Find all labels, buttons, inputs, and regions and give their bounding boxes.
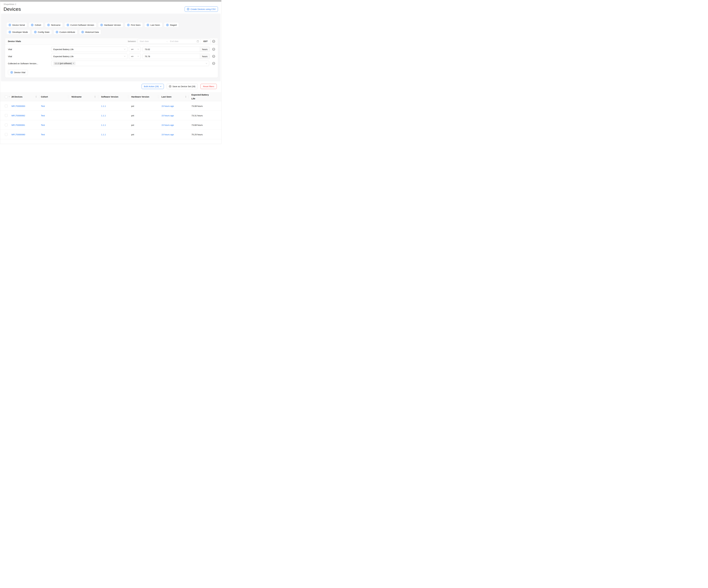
- table-row: MFLT0000063 Test 1.1.1 pvt 15 hours ago …: [0, 101, 221, 111]
- filter-chip-device-serial[interactable]: Device Serial: [6, 22, 27, 27]
- plus-circle-icon: [166, 24, 169, 26]
- chevron-down-icon: [137, 56, 139, 57]
- filter-chip-hardware-version[interactable]: Hardware Version: [98, 22, 123, 27]
- software-filter-label: Collected on Software Version...: [8, 62, 51, 65]
- vital-row-label: Vital: [8, 48, 51, 51]
- cohort-link[interactable]: Test: [41, 114, 45, 117]
- software-version-tag-label: 1.1.1 (pvt-software): [55, 62, 72, 65]
- start-date-input[interactable]: [138, 39, 166, 44]
- remove-vital-row-icon[interactable]: [212, 48, 215, 51]
- chevron-down-icon[interactable]: [8, 96, 10, 97]
- vital-unit-label: hours: [200, 54, 210, 59]
- plus-circle-icon: [82, 31, 84, 33]
- software-version-select[interactable]: 1.1.1 (pvt-software) ✕: [51, 61, 209, 66]
- last-seen-link[interactable]: 15 hours ago: [161, 114, 174, 117]
- column-header-expected-battery-life: Expected Battery Life: [188, 93, 221, 100]
- filter-chip-staged[interactable]: Staged: [164, 22, 179, 27]
- hardware-version-cell: pvt: [131, 133, 134, 136]
- sort-icon[interactable]: [185, 96, 186, 98]
- chevron-down-icon: [124, 56, 126, 57]
- column-header-nickname[interactable]: Nickname: [68, 95, 98, 98]
- vital-metric-select[interactable]: Expected Battery Life: [51, 54, 127, 59]
- date-range-picker[interactable]: → EST: [138, 39, 211, 44]
- filter-chip-label: Developer Mode: [12, 31, 28, 33]
- calendar-icon[interactable]: [197, 40, 199, 42]
- filter-chip-cohort[interactable]: Cohort: [29, 22, 43, 27]
- remove-vital-row-icon[interactable]: [212, 55, 215, 58]
- expected-battery-life-cell: 75.25 hours: [191, 133, 203, 136]
- reset-filters-button[interactable]: Reset filters: [201, 84, 217, 89]
- plus-circle-icon: [147, 24, 149, 26]
- cohort-link[interactable]: Test: [41, 105, 45, 107]
- filter-chip-custom-attribute[interactable]: Custom Attribute: [54, 29, 78, 34]
- add-device-vital-button[interactable]: Device Vital: [8, 70, 28, 75]
- plus-circle-icon: [100, 24, 103, 26]
- save-device-set-button[interactable]: Save as Device Set (28): [167, 84, 198, 89]
- filter-chip-current-software-version[interactable]: Current Software Version: [64, 22, 96, 27]
- column-header-cohort: Cohort: [39, 95, 68, 98]
- filter-chip-label: Device Serial: [12, 24, 25, 26]
- plus-circle-icon: [56, 31, 58, 33]
- software-version-link[interactable]: 1.1.1: [101, 124, 106, 126]
- vital-unit-label: hours: [200, 47, 210, 52]
- row-checkbox[interactable]: [5, 104, 8, 107]
- hardware-version-cell: pvt: [131, 105, 134, 107]
- page-header: ShapeMate 2 Devices Create Devices using…: [0, 1, 221, 12]
- bulk-action-button[interactable]: Bulk Action (28): [142, 84, 164, 89]
- vital-value-group: hours: [143, 54, 210, 59]
- column-header-last-seen[interactable]: Last Seen: [158, 95, 188, 98]
- timezone-label: EST: [201, 39, 210, 44]
- vital-filter-row-2: Vital Expected Battery Life <= hours: [8, 54, 215, 59]
- row-checkbox[interactable]: [5, 124, 8, 126]
- chevron-down-icon: [160, 86, 161, 87]
- cohort-link[interactable]: Test: [41, 133, 45, 136]
- window-top-edge: [0, 0, 221, 1]
- save-device-set-label: Save as Device Set (28): [173, 85, 196, 88]
- vital-metric-select[interactable]: Expected Battery Life: [51, 47, 127, 52]
- filter-chip-label: First Seen: [131, 24, 141, 26]
- chevron-down-icon: [137, 49, 139, 50]
- remove-tag-icon[interactable]: ✕: [73, 62, 74, 64]
- vital-operator-select[interactable]: <=: [129, 54, 141, 59]
- filter-chip-historical-data[interactable]: Historical Data: [79, 29, 101, 34]
- filter-chip-label: Historical Data: [85, 31, 99, 33]
- cohort-link[interactable]: Test: [41, 124, 45, 126]
- sort-icon[interactable]: [94, 96, 96, 98]
- device-serial-link[interactable]: MFLT0000060: [11, 133, 25, 136]
- filter-chip-developer-mode[interactable]: Developer Mode: [6, 29, 30, 34]
- software-version-link[interactable]: 1.1.1: [101, 114, 106, 117]
- remove-date-filter-icon[interactable]: [212, 40, 215, 43]
- expected-battery-life-cell: 73.31 hours: [191, 114, 203, 117]
- bulk-action-label: Bulk Action (28): [144, 85, 159, 88]
- software-version-link[interactable]: 1.1.1: [101, 133, 106, 136]
- create-devices-csv-button[interactable]: Create Devices using CSV: [185, 6, 218, 12]
- remove-software-filter-icon[interactable]: [212, 62, 215, 65]
- filter-chip-config-state[interactable]: Config State: [32, 29, 52, 34]
- software-version-link[interactable]: 1.1.1: [101, 105, 106, 107]
- column-header-devices[interactable]: 28 Devices: [11, 95, 39, 98]
- filter-chip-nickname[interactable]: Nickname: [45, 22, 63, 27]
- vital-value-input[interactable]: [143, 47, 200, 52]
- plus-circle-icon: [169, 85, 171, 88]
- device-serial-link[interactable]: MFLT0000062: [11, 114, 25, 117]
- vital-operator-select[interactable]: >=: [129, 47, 141, 52]
- vital-metric-value: Expected Battery Life: [53, 48, 73, 51]
- device-vitals-card: Device Vitals between → EST Vital Expect…: [5, 38, 218, 78]
- last-seen-link[interactable]: 15 hours ago: [161, 124, 174, 126]
- sort-icon[interactable]: [35, 96, 37, 98]
- filter-chip-first-seen[interactable]: First Seen: [125, 22, 143, 27]
- vital-value-input[interactable]: [143, 54, 200, 59]
- row-checkbox[interactable]: [5, 114, 8, 117]
- last-seen-link[interactable]: 15 hours ago: [161, 133, 174, 136]
- devices-count-header: 28 Devices: [11, 95, 23, 98]
- device-serial-link[interactable]: MFLT0000061: [11, 124, 25, 126]
- table-header-row: 28 Devices Cohort Nickname Software Vers…: [0, 92, 221, 101]
- row-checkbox[interactable]: [5, 133, 8, 136]
- last-seen-link[interactable]: 15 hours ago: [161, 105, 174, 107]
- filter-chip-last-seen[interactable]: Last Seen: [144, 22, 162, 27]
- device-serial-link[interactable]: MFLT0000063: [11, 105, 25, 107]
- select-all-checkbox[interactable]: [5, 95, 8, 98]
- plus-circle-icon: [9, 31, 11, 33]
- filter-chip-label: Hardware Version: [104, 24, 121, 26]
- end-date-input[interactable]: [168, 39, 196, 44]
